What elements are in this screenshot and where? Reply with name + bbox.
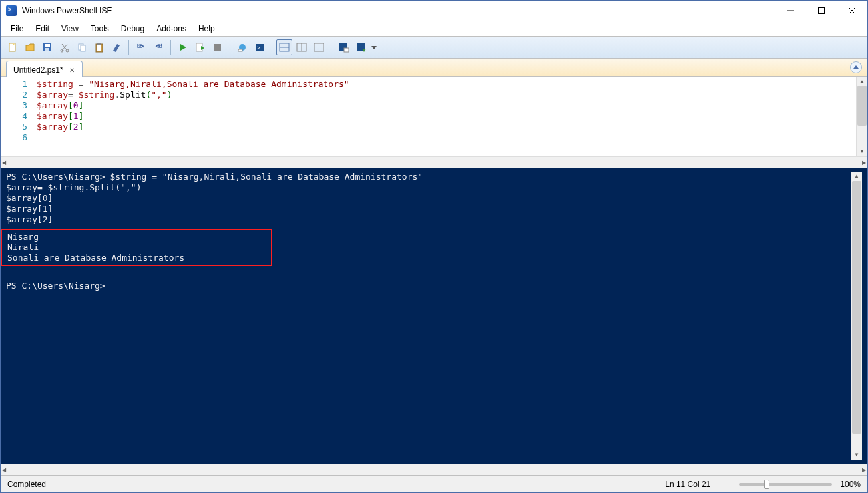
- console-output[interactable]: PS C:\Users\Nisarg> $string = "Nisarg,Ni…: [6, 172, 851, 460]
- pane-both-icon[interactable]: [276, 39, 292, 55]
- tab-label: Untitled2.ps1*: [13, 65, 63, 75]
- console-horizontal-scrollbar[interactable]: ◀▶: [1, 464, 867, 475]
- toolbar-separator: [170, 40, 171, 55]
- status-text: Completed: [7, 480, 46, 489]
- svg-rect-1: [819, 8, 825, 14]
- svg-rect-19: [214, 44, 221, 51]
- svg-rect-12: [81, 45, 85, 51]
- status-bar: Completed Ln 11 Col 21 100%: [1, 475, 867, 492]
- minimize-button[interactable]: [775, 1, 806, 21]
- svg-rect-28: [314, 43, 324, 51]
- undo-icon[interactable]: [133, 39, 149, 55]
- menu-view[interactable]: View: [55, 23, 85, 35]
- output-highlight-box: Nisarg Nirali Sonali are Database Admini…: [1, 229, 272, 266]
- save-icon[interactable]: [39, 39, 55, 55]
- svg-marker-33: [371, 46, 377, 49]
- zoom-level: 100%: [840, 480, 861, 489]
- status-separator: [724, 478, 724, 490]
- script-editor-pane: 123456 $string = "Nisarg,Nirali,Sonali a…: [1, 77, 867, 156]
- powershell-icon: [6, 5, 17, 16]
- code-area[interactable]: $string = "Nisarg,Nirali,Sonali are Data…: [37, 77, 856, 156]
- tab-untitled2[interactable]: Untitled2.ps1* ✕: [6, 61, 83, 77]
- cursor-position: Ln 11 Col 21: [665, 480, 717, 489]
- svg-marker-34: [853, 65, 859, 69]
- cut-icon[interactable]: [57, 39, 73, 55]
- zoom-slider[interactable]: [739, 483, 832, 486]
- menu-file[interactable]: File: [5, 23, 29, 35]
- pane-console-icon[interactable]: [311, 39, 327, 55]
- svg-rect-8: [45, 48, 49, 51]
- show-command-icon[interactable]: [353, 39, 369, 55]
- run-icon[interactable]: [175, 39, 191, 55]
- copy-icon[interactable]: [74, 39, 90, 55]
- line-number-gutter: 123456: [1, 77, 37, 156]
- tab-close-icon[interactable]: ✕: [67, 65, 77, 75]
- svg-text:>: >: [257, 45, 260, 51]
- toolbar: >: [1, 36, 867, 59]
- svg-rect-14: [97, 45, 101, 51]
- pane-script-icon[interactable]: [294, 39, 310, 55]
- title-bar: Windows PowerShell ISE: [1, 1, 867, 21]
- svg-rect-15: [97, 43, 101, 45]
- command-addon-icon[interactable]: [335, 39, 351, 55]
- remote-icon[interactable]: >: [252, 39, 268, 55]
- svg-rect-7: [45, 44, 50, 47]
- redo-icon[interactable]: [150, 39, 166, 55]
- app-window: Windows PowerShell ISE File Edit View To…: [0, 0, 868, 493]
- toolbar-separator: [272, 40, 272, 55]
- stop-icon[interactable]: [210, 39, 226, 55]
- menu-bar: File Edit View Tools Debug Add-ons Help: [1, 21, 867, 36]
- clear-icon[interactable]: [108, 39, 124, 55]
- script-editor[interactable]: 123456 $string = "Nisarg,Nirali,Sonali a…: [1, 77, 856, 156]
- open-icon[interactable]: [22, 39, 38, 55]
- window-title: Windows PowerShell ISE: [22, 6, 112, 15]
- svg-rect-30: [344, 48, 349, 52]
- menu-tools[interactable]: Tools: [85, 23, 115, 35]
- menu-help[interactable]: Help: [192, 23, 221, 35]
- toolbar-separator: [230, 40, 230, 55]
- console-vertical-scrollbar[interactable]: ▲▼: [851, 172, 862, 460]
- breakpoint-icon[interactable]: [234, 39, 250, 55]
- new-icon[interactable]: [5, 39, 21, 55]
- toolbar-separator: [331, 40, 331, 55]
- menu-edit[interactable]: Edit: [29, 23, 55, 35]
- menu-debug[interactable]: Debug: [115, 23, 150, 35]
- console-pane[interactable]: PS C:\Users\Nisarg> $string = "Nisarg,Ni…: [1, 168, 867, 464]
- svg-marker-16: [180, 44, 186, 51]
- toolbar-overflow-icon[interactable]: [370, 39, 378, 55]
- svg-rect-21: [238, 49, 242, 51]
- run-selection-icon[interactable]: [192, 39, 208, 55]
- status-separator: [658, 478, 658, 490]
- toolbar-separator: [128, 40, 129, 55]
- editor-vertical-scrollbar[interactable]: ▲▼: [856, 77, 867, 156]
- close-button[interactable]: [837, 1, 867, 21]
- menu-addons[interactable]: Add-ons: [150, 23, 192, 35]
- maximize-button[interactable]: [806, 1, 837, 21]
- editor-horizontal-scrollbar[interactable]: ◀▶: [1, 156, 867, 168]
- console-pane-wrap: PS C:\Users\Nisarg> $string = "Nisarg,Ni…: [1, 168, 867, 475]
- collapse-script-pane-icon[interactable]: [850, 61, 862, 73]
- paste-icon[interactable]: [91, 39, 107, 55]
- tab-strip: Untitled2.ps1* ✕: [1, 59, 867, 77]
